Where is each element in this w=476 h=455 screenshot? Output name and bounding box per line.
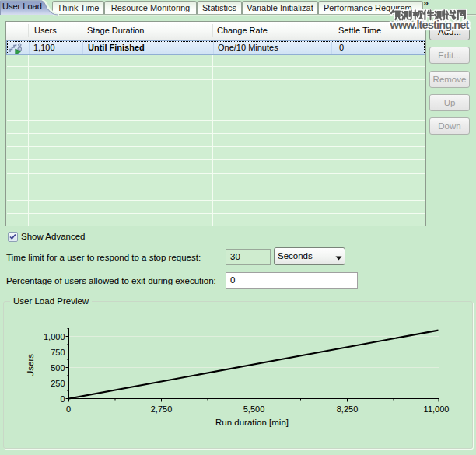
svg-text:8,250: 8,250: [337, 404, 359, 414]
svg-text:Users: Users: [26, 354, 35, 377]
svg-text:2,750: 2,750: [151, 404, 173, 414]
svg-text:1,000: 1,000: [44, 332, 65, 341]
svg-text:Run duration [min]: Run duration [min]: [215, 418, 289, 427]
svg-text:0: 0: [66, 404, 71, 414]
svg-text:250: 250: [51, 379, 65, 388]
svg-text:5,500: 5,500: [243, 404, 265, 414]
svg-text:500: 500: [51, 363, 65, 373]
svg-text:750: 750: [51, 348, 65, 357]
svg-text:0: 0: [60, 394, 65, 404]
svg-text:11,000: 11,000: [424, 404, 450, 414]
